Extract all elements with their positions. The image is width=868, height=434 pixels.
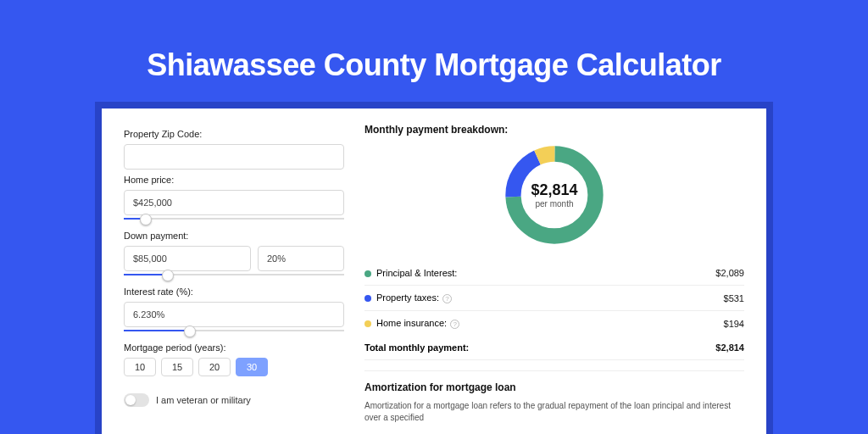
period-button-20[interactable]: 20 <box>198 358 231 376</box>
breakdown-title: Monthly payment breakdown: <box>364 124 744 136</box>
home-price-input[interactable] <box>124 190 344 215</box>
total-value: $2,814 <box>715 342 744 353</box>
down-payment-input[interactable] <box>124 246 251 271</box>
amortization-title: Amortization for mortgage loan <box>364 381 744 393</box>
period-label: Mortgage period (years): <box>124 342 344 353</box>
breakdown-row: Home insurance:?$194 <box>364 311 744 336</box>
breakdown-row: Principal & Interest:$2,089 <box>364 261 744 286</box>
down-payment-label: Down payment: <box>124 231 344 241</box>
zip-label: Property Zip Code: <box>124 129 344 139</box>
breakdown-row: Property taxes:?$531 <box>364 286 744 311</box>
period-button-30[interactable]: 30 <box>236 358 268 376</box>
home-price-label: Home price: <box>124 175 344 185</box>
breakdown-row-label: Property taxes:? <box>364 292 452 303</box>
zip-input[interactable] <box>124 144 344 170</box>
amortization-section: Amortization for mortgage loan Amortizat… <box>364 370 744 424</box>
period-button-row: 10152030 <box>124 358 344 376</box>
down-payment-slider[interactable] <box>124 270 344 281</box>
breakdown-row-label: Home insurance:? <box>364 318 459 329</box>
donut-sub: per month <box>535 199 573 209</box>
calculator-panel: Property Zip Code: Home price: Down paym… <box>102 108 766 434</box>
slider-knob[interactable] <box>140 214 152 225</box>
slider-knob[interactable] <box>162 270 174 281</box>
home-price-slider[interactable] <box>124 214 344 225</box>
total-label: Total monthly payment: <box>364 342 469 353</box>
veteran-row: I am veteran or military <box>124 393 344 407</box>
down-payment-pct-input[interactable] <box>258 246 344 271</box>
total-row: Total monthly payment: $2,814 <box>364 336 744 360</box>
breakdown-row-value: $194 <box>724 319 744 329</box>
period-button-10[interactable]: 10 <box>124 358 156 376</box>
veteran-toggle[interactable] <box>124 393 149 407</box>
veteran-label: I am veteran or military <box>156 395 251 405</box>
page-title: Shiawassee County Mortgage Calculator <box>0 47 868 83</box>
legend-dot <box>364 295 371 302</box>
breakdown-row-label: Principal & Interest: <box>364 268 457 278</box>
help-icon[interactable]: ? <box>442 294 452 303</box>
slider-line <box>124 218 344 220</box>
slider-knob[interactable] <box>184 326 196 337</box>
interest-rate-label: Interest rate (%): <box>124 287 344 297</box>
breakdown-row-value: $2,089 <box>715 268 744 278</box>
help-icon[interactable]: ? <box>450 320 459 329</box>
donut-center: $2,814 per month <box>500 141 609 249</box>
slider-fill <box>124 330 190 331</box>
breakdown-column: Monthly payment breakdown: $2,814 per mo… <box>364 124 744 434</box>
hero: Shiawassee County Mortgage Calculator <box>0 0 868 83</box>
payment-donut-chart: $2,814 per month <box>500 141 609 249</box>
interest-rate-slider[interactable] <box>124 326 344 337</box>
amortization-text: Amortization for a mortgage loan refers … <box>364 400 744 424</box>
period-button-15[interactable]: 15 <box>161 358 193 376</box>
donut-amount: $2,814 <box>531 181 577 199</box>
breakdown-row-value: $531 <box>724 293 744 303</box>
breakdown-list: Principal & Interest:$2,089Property taxe… <box>364 261 744 336</box>
input-column: Property Zip Code: Home price: Down paym… <box>124 124 344 434</box>
panel-frame: Property Zip Code: Home price: Down paym… <box>95 102 773 434</box>
legend-dot <box>364 320 371 327</box>
interest-rate-input[interactable] <box>124 302 344 327</box>
legend-dot <box>364 270 371 277</box>
